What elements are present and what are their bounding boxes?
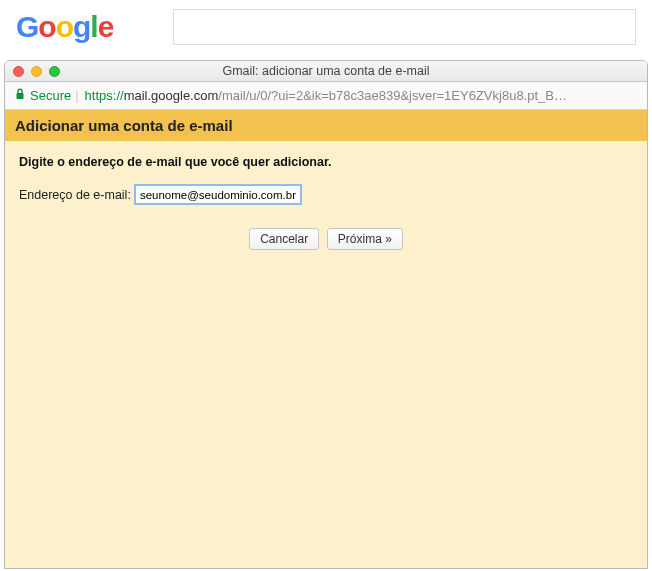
button-row: Cancelar Próxima »: [19, 228, 633, 250]
email-label: Endereço de e-mail:: [19, 188, 131, 202]
url-host: mail.google.com: [124, 88, 219, 103]
logo-letter: e: [98, 10, 114, 43]
logo-letter: o: [38, 10, 55, 43]
search-input[interactable]: [173, 9, 636, 45]
svg-rect-0: [17, 93, 24, 99]
google-logo: Google: [16, 10, 113, 44]
url-path: /mail/u/0/?ui=2&ik=b78c3ae839&jsver=1EY6…: [218, 88, 567, 103]
logo-letter: l: [90, 10, 97, 43]
url-scheme: https://: [85, 88, 124, 103]
page-header: Adicionar uma conta de e-mail: [5, 110, 647, 141]
secure-label: Secure: [30, 88, 71, 103]
address-bar[interactable]: Secure | https://mail.google.com/mail/u/…: [5, 82, 647, 110]
next-button[interactable]: Próxima »: [327, 228, 403, 250]
window-titlebar: Gmail: adicionar uma conta de e-mail: [5, 61, 647, 82]
window-title: Gmail: adicionar uma conta de e-mail: [5, 64, 647, 78]
email-row: Endereço de e-mail:: [19, 185, 633, 204]
content-area: Adicionar uma conta de e-mail Digite o e…: [5, 110, 647, 568]
address-divider: |: [75, 88, 78, 103]
email-field[interactable]: [135, 185, 301, 204]
cancel-button[interactable]: Cancelar: [249, 228, 319, 250]
popup-window: Gmail: adicionar uma conta de e-mail Sec…: [4, 60, 648, 569]
logo-letter: g: [73, 10, 90, 43]
logo-letter: o: [56, 10, 73, 43]
lock-icon: [15, 88, 25, 103]
instruction-text: Digite o endereço de e-mail que você que…: [19, 155, 633, 169]
logo-letter: G: [16, 10, 38, 43]
form-block: Digite o endereço de e-mail que você que…: [5, 141, 647, 264]
google-top-bar: Google: [0, 0, 652, 60]
